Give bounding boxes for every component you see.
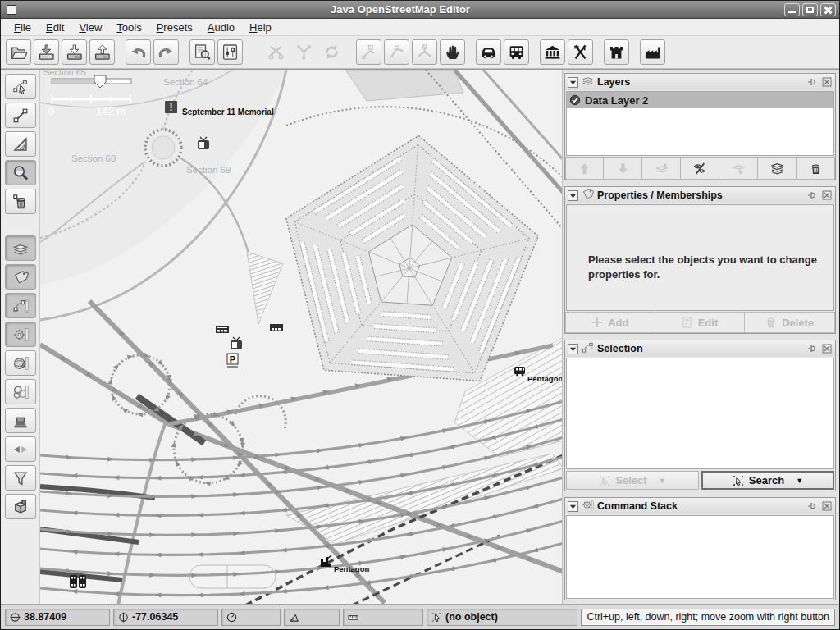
measure-tool-button[interactable] [5,131,36,157]
split-way-button[interactable] [291,39,317,65]
preset-bank-icon [544,43,561,61]
command-stack-close-icon[interactable] [821,501,833,512]
save-button[interactable] [34,39,59,65]
maximize-button[interactable] [802,3,818,16]
preset-factory-button[interactable] [640,39,665,65]
preset-bus-button[interactable] [504,39,529,65]
selection-list[interactable] [566,358,834,469]
zoom-tool-button[interactable] [5,160,36,185]
command-stack-toggle-button[interactable] [5,322,36,347]
heading-field [221,609,281,626]
menu-help[interactable]: Help [243,20,278,35]
download-osm-data-button[interactable] [62,39,87,65]
layers-list[interactable]: Data Layer 2 [566,91,834,156]
selection-collapse-button[interactable] [568,344,578,354]
layers-collapse-button[interactable] [568,77,578,88]
layers-pin-icon[interactable] [806,77,818,88]
layer-duplicate-button[interactable] [758,157,797,180]
combine-ways-icon [267,43,285,61]
menu-audio[interactable]: Audio [201,20,241,35]
main-toolbar [1,36,839,69]
search-dropdown-caret: ▼ [796,477,803,485]
map-viewport[interactable]: !P Section 65 Section 64 Section 68 Sect… [40,70,562,604]
delete-tool-button[interactable] [5,189,36,214]
preferences-search-button[interactable] [189,39,215,65]
preferences-button[interactable] [217,39,243,65]
command-stack-pin-icon[interactable] [806,501,818,512]
select-button[interactable]: Select ▼ [566,471,699,490]
menu-view[interactable]: View [72,20,108,35]
layer-row-active[interactable]: Data Layer 2 [567,92,833,108]
pan-hand-button[interactable] [440,39,465,65]
menu-file[interactable]: File [7,20,38,35]
command-stack-collapse-button[interactable] [568,501,578,512]
unglue-ways-2-icon [388,43,405,61]
combine-ways-button[interactable] [263,39,289,65]
layers-toggle-button[interactable] [5,235,36,261]
properties-title: Properties / Memberships [597,189,803,201]
status-bar: 38.87409 -77.06345 (no object) Ctrl+up, … [1,604,839,629]
undo-button[interactable] [126,39,151,65]
update-data-button[interactable] [319,39,345,65]
preset-bank-button[interactable] [540,39,565,65]
minimize-button[interactable] [784,3,800,16]
unglue-ways-1-button[interactable] [356,39,381,65]
layer-move-down-button[interactable] [604,157,642,180]
preset-car-icon [480,43,497,61]
layer-show-hide-button[interactable] [681,157,719,180]
latitude-icon [10,612,21,623]
properties-collapse-button[interactable] [568,190,578,201]
unglue-ways-3-button[interactable] [412,39,437,65]
selection-close-icon[interactable] [821,344,833,354]
title-bar[interactable]: Java OpenStreetMap Editor [1,1,839,19]
status-help-text: Ctrl+up, left, down, right; move zoom wi… [581,609,835,626]
preset-castle-button[interactable] [604,39,629,65]
changesets-toggle-button[interactable] [5,494,36,519]
menu-presets[interactable]: Presets [150,20,199,35]
layer-merge-button[interactable] [642,157,681,180]
delete-property-button[interactable]: Delete [745,312,835,333]
label-section-64: Section 64 [163,77,208,87]
menu-edit[interactable]: Edit [39,20,71,35]
draw-way-tool-button[interactable] [5,103,36,128]
pan-hand-icon [444,43,461,61]
app-window: Java OpenStreetMap Editor File Edit View… [0,0,840,630]
map-paint-toggle-button[interactable] [5,350,36,376]
layer-move-down-icon [616,162,630,176]
command-stack-list[interactable] [566,515,834,599]
select-dropdown-caret: ▼ [659,477,666,485]
relations-toggle-button[interactable] [5,379,36,404]
preset-restaurant-button[interactable] [568,39,593,65]
window-icon [7,5,16,15]
edit-property-button[interactable]: Edit [655,312,746,333]
properties-close-icon[interactable] [821,190,833,201]
open-file-button[interactable] [6,39,31,65]
search-button[interactable]: Search ▼ [701,471,834,490]
window-title: Java OpenStreetMap Editor [16,3,784,16]
upload-osm-data-button[interactable] [89,39,115,65]
selection-toggle-button[interactable] [5,293,36,318]
unglue-ways-2-button[interactable] [384,39,409,65]
layer-move-up-button[interactable] [565,157,604,180]
map-canvas[interactable]: !P Section 65 Section 64 Section 68 Sect… [40,70,562,604]
redo-button[interactable] [153,39,179,65]
select-tool-button[interactable] [5,74,36,99]
preset-car-button[interactable] [476,39,501,65]
conflicts-toggle-button[interactable] [5,436,36,462]
layer-delete-button[interactable] [797,157,835,180]
authors-toggle-button[interactable] [5,408,36,433]
add-property-button[interactable]: Add [565,312,655,333]
layers-close-icon[interactable] [821,77,833,88]
scale-zero: 0 [48,105,54,117]
filter-toggle-button[interactable] [5,465,36,491]
label-pentagon-busstop: Pentagon [527,374,562,383]
layer-merge-down-button[interactable] [719,157,758,180]
selection-pin-icon[interactable] [806,344,818,354]
draw-way-tool-icon [12,107,29,124]
properties-toggle-button[interactable] [5,264,36,290]
tag-icon [582,188,594,203]
menu-tools[interactable]: Tools [110,20,148,35]
selection-toggle-icon [12,298,29,314]
close-button[interactable] [820,3,836,16]
properties-pin-icon[interactable] [806,190,818,201]
